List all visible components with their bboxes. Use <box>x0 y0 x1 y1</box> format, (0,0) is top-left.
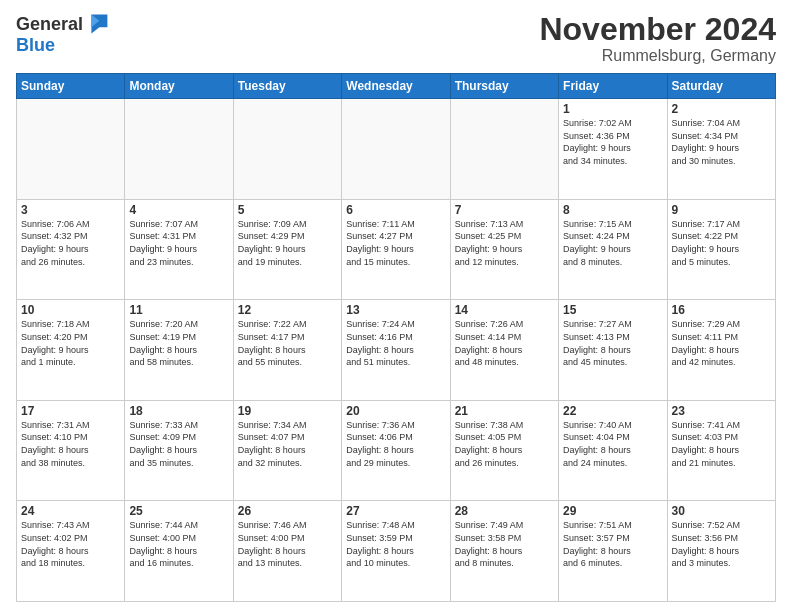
day-number: 20 <box>346 404 445 418</box>
weekday-header-monday: Monday <box>125 74 233 99</box>
day-info: Sunrise: 7:38 AM Sunset: 4:05 PM Dayligh… <box>455 419 554 469</box>
day-number: 12 <box>238 303 337 317</box>
day-number: 27 <box>346 504 445 518</box>
day-info: Sunrise: 7:02 AM Sunset: 4:36 PM Dayligh… <box>563 117 662 167</box>
day-number: 13 <box>346 303 445 317</box>
day-number: 11 <box>129 303 228 317</box>
week-row-2: 3Sunrise: 7:06 AM Sunset: 4:32 PM Daylig… <box>17 199 776 300</box>
day-info: Sunrise: 7:33 AM Sunset: 4:09 PM Dayligh… <box>129 419 228 469</box>
calendar-cell: 30Sunrise: 7:52 AM Sunset: 3:56 PM Dayli… <box>667 501 775 602</box>
day-info: Sunrise: 7:49 AM Sunset: 3:58 PM Dayligh… <box>455 519 554 569</box>
day-number: 30 <box>672 504 771 518</box>
day-info: Sunrise: 7:18 AM Sunset: 4:20 PM Dayligh… <box>21 318 120 368</box>
day-info: Sunrise: 7:46 AM Sunset: 4:00 PM Dayligh… <box>238 519 337 569</box>
weekday-header-row: SundayMondayTuesdayWednesdayThursdayFrid… <box>17 74 776 99</box>
day-number: 5 <box>238 203 337 217</box>
calendar-cell: 1Sunrise: 7:02 AM Sunset: 4:36 PM Daylig… <box>559 99 667 200</box>
day-info: Sunrise: 7:15 AM Sunset: 4:24 PM Dayligh… <box>563 218 662 268</box>
calendar-cell: 3Sunrise: 7:06 AM Sunset: 4:32 PM Daylig… <box>17 199 125 300</box>
calendar-cell: 13Sunrise: 7:24 AM Sunset: 4:16 PM Dayli… <box>342 300 450 401</box>
day-info: Sunrise: 7:52 AM Sunset: 3:56 PM Dayligh… <box>672 519 771 569</box>
day-number: 28 <box>455 504 554 518</box>
logo-blue-text: Blue <box>16 35 55 55</box>
day-number: 14 <box>455 303 554 317</box>
calendar-cell: 29Sunrise: 7:51 AM Sunset: 3:57 PM Dayli… <box>559 501 667 602</box>
day-number: 9 <box>672 203 771 217</box>
day-number: 26 <box>238 504 337 518</box>
calendar-cell: 28Sunrise: 7:49 AM Sunset: 3:58 PM Dayli… <box>450 501 558 602</box>
calendar-cell <box>233 99 341 200</box>
day-number: 18 <box>129 404 228 418</box>
calendar-cell: 16Sunrise: 7:29 AM Sunset: 4:11 PM Dayli… <box>667 300 775 401</box>
calendar-cell: 25Sunrise: 7:44 AM Sunset: 4:00 PM Dayli… <box>125 501 233 602</box>
calendar-cell: 26Sunrise: 7:46 AM Sunset: 4:00 PM Dayli… <box>233 501 341 602</box>
header: General Blue November 2024 Rummelsburg, … <box>16 12 776 65</box>
week-row-3: 10Sunrise: 7:18 AM Sunset: 4:20 PM Dayli… <box>17 300 776 401</box>
day-number: 29 <box>563 504 662 518</box>
calendar-cell: 14Sunrise: 7:26 AM Sunset: 4:14 PM Dayli… <box>450 300 558 401</box>
day-number: 15 <box>563 303 662 317</box>
day-number: 1 <box>563 102 662 116</box>
day-info: Sunrise: 7:51 AM Sunset: 3:57 PM Dayligh… <box>563 519 662 569</box>
calendar-cell: 9Sunrise: 7:17 AM Sunset: 4:22 PM Daylig… <box>667 199 775 300</box>
calendar-cell: 5Sunrise: 7:09 AM Sunset: 4:29 PM Daylig… <box>233 199 341 300</box>
day-info: Sunrise: 7:44 AM Sunset: 4:00 PM Dayligh… <box>129 519 228 569</box>
day-info: Sunrise: 7:48 AM Sunset: 3:59 PM Dayligh… <box>346 519 445 569</box>
week-row-5: 24Sunrise: 7:43 AM Sunset: 4:02 PM Dayli… <box>17 501 776 602</box>
day-number: 16 <box>672 303 771 317</box>
day-number: 17 <box>21 404 120 418</box>
calendar-cell: 6Sunrise: 7:11 AM Sunset: 4:27 PM Daylig… <box>342 199 450 300</box>
calendar-cell <box>17 99 125 200</box>
calendar-cell: 11Sunrise: 7:20 AM Sunset: 4:19 PM Dayli… <box>125 300 233 401</box>
day-number: 6 <box>346 203 445 217</box>
day-info: Sunrise: 7:34 AM Sunset: 4:07 PM Dayligh… <box>238 419 337 469</box>
logo: General Blue <box>16 12 109 55</box>
day-number: 3 <box>21 203 120 217</box>
calendar-cell: 27Sunrise: 7:48 AM Sunset: 3:59 PM Dayli… <box>342 501 450 602</box>
calendar-cell: 23Sunrise: 7:41 AM Sunset: 4:03 PM Dayli… <box>667 400 775 501</box>
location-title: Rummelsburg, Germany <box>539 47 776 65</box>
day-number: 22 <box>563 404 662 418</box>
day-info: Sunrise: 7:04 AM Sunset: 4:34 PM Dayligh… <box>672 117 771 167</box>
day-info: Sunrise: 7:06 AM Sunset: 4:32 PM Dayligh… <box>21 218 120 268</box>
day-info: Sunrise: 7:09 AM Sunset: 4:29 PM Dayligh… <box>238 218 337 268</box>
day-number: 24 <box>21 504 120 518</box>
day-number: 7 <box>455 203 554 217</box>
weekday-header-wednesday: Wednesday <box>342 74 450 99</box>
calendar-cell: 19Sunrise: 7:34 AM Sunset: 4:07 PM Dayli… <box>233 400 341 501</box>
month-title: November 2024 <box>539 12 776 47</box>
page: General Blue November 2024 Rummelsburg, … <box>0 0 792 612</box>
calendar-cell: 10Sunrise: 7:18 AM Sunset: 4:20 PM Dayli… <box>17 300 125 401</box>
calendar-cell: 24Sunrise: 7:43 AM Sunset: 4:02 PM Dayli… <box>17 501 125 602</box>
day-number: 10 <box>21 303 120 317</box>
weekday-header-thursday: Thursday <box>450 74 558 99</box>
day-info: Sunrise: 7:31 AM Sunset: 4:10 PM Dayligh… <box>21 419 120 469</box>
day-info: Sunrise: 7:43 AM Sunset: 4:02 PM Dayligh… <box>21 519 120 569</box>
weekday-header-sunday: Sunday <box>17 74 125 99</box>
day-info: Sunrise: 7:26 AM Sunset: 4:14 PM Dayligh… <box>455 318 554 368</box>
title-area: November 2024 Rummelsburg, Germany <box>539 12 776 65</box>
calendar-cell: 15Sunrise: 7:27 AM Sunset: 4:13 PM Dayli… <box>559 300 667 401</box>
day-number: 21 <box>455 404 554 418</box>
calendar-table: SundayMondayTuesdayWednesdayThursdayFrid… <box>16 73 776 602</box>
calendar-cell: 12Sunrise: 7:22 AM Sunset: 4:17 PM Dayli… <box>233 300 341 401</box>
week-row-1: 1Sunrise: 7:02 AM Sunset: 4:36 PM Daylig… <box>17 99 776 200</box>
calendar-cell: 7Sunrise: 7:13 AM Sunset: 4:25 PM Daylig… <box>450 199 558 300</box>
weekday-header-saturday: Saturday <box>667 74 775 99</box>
day-info: Sunrise: 7:40 AM Sunset: 4:04 PM Dayligh… <box>563 419 662 469</box>
calendar-cell: 17Sunrise: 7:31 AM Sunset: 4:10 PM Dayli… <box>17 400 125 501</box>
calendar-cell: 4Sunrise: 7:07 AM Sunset: 4:31 PM Daylig… <box>125 199 233 300</box>
day-number: 23 <box>672 404 771 418</box>
calendar-cell <box>125 99 233 200</box>
day-number: 4 <box>129 203 228 217</box>
calendar-cell: 2Sunrise: 7:04 AM Sunset: 4:34 PM Daylig… <box>667 99 775 200</box>
day-info: Sunrise: 7:22 AM Sunset: 4:17 PM Dayligh… <box>238 318 337 368</box>
day-info: Sunrise: 7:13 AM Sunset: 4:25 PM Dayligh… <box>455 218 554 268</box>
calendar-cell: 21Sunrise: 7:38 AM Sunset: 4:05 PM Dayli… <box>450 400 558 501</box>
day-info: Sunrise: 7:27 AM Sunset: 4:13 PM Dayligh… <box>563 318 662 368</box>
calendar-cell <box>450 99 558 200</box>
weekday-header-friday: Friday <box>559 74 667 99</box>
day-number: 2 <box>672 102 771 116</box>
day-info: Sunrise: 7:20 AM Sunset: 4:19 PM Dayligh… <box>129 318 228 368</box>
day-info: Sunrise: 7:24 AM Sunset: 4:16 PM Dayligh… <box>346 318 445 368</box>
